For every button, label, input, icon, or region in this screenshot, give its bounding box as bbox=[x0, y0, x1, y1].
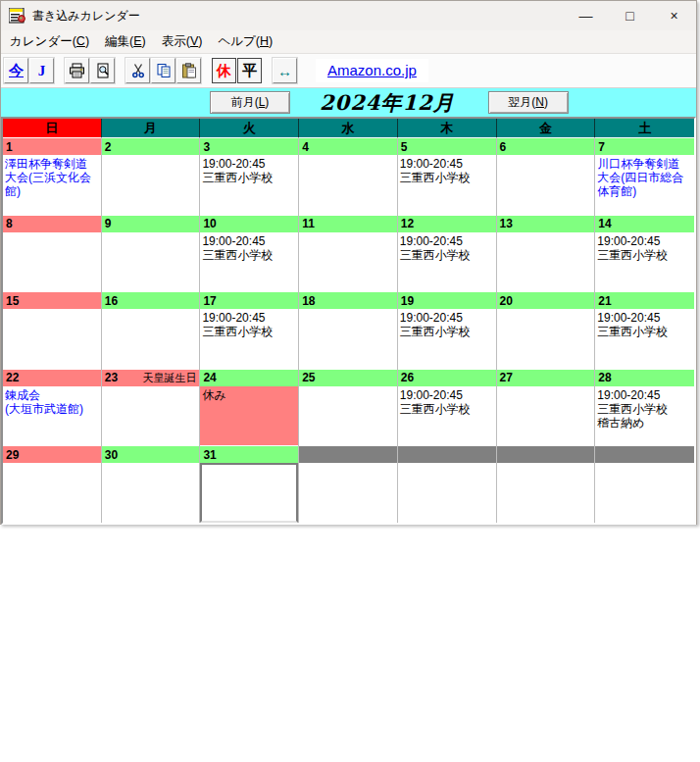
date-strip[interactable]: 26 bbox=[398, 369, 496, 386]
day-body[interactable] bbox=[398, 463, 496, 523]
day-body[interactable] bbox=[102, 232, 200, 292]
mark-weekday-button[interactable]: 平 bbox=[237, 58, 262, 83]
date-number: 27 bbox=[500, 371, 513, 384]
date-strip[interactable]: 29 bbox=[3, 445, 101, 463]
date-strip[interactable]: 6 bbox=[497, 137, 595, 155]
date-strip[interactable]: 3 bbox=[200, 137, 298, 155]
event-text: 錬成会 (大垣市武道館) bbox=[3, 386, 101, 416]
date-strip[interactable]: 21 bbox=[595, 291, 694, 309]
date-strip[interactable]: 7 bbox=[595, 137, 694, 155]
date-number: 22 bbox=[6, 371, 19, 384]
date-strip[interactable]: 1 bbox=[3, 137, 101, 155]
date-strip[interactable]: 15 bbox=[3, 291, 101, 309]
prev-month-button[interactable]: 前月(L) bbox=[210, 91, 290, 114]
day-body[interactable]: 19:00-20:45 三重西小学校 bbox=[398, 232, 496, 292]
date-strip[interactable]: 19 bbox=[398, 291, 496, 309]
menu-item-view[interactable]: 表示(V) bbox=[162, 33, 203, 50]
day-body[interactable]: 川口杯争奪剣道 大会(四日市総合 体育館) bbox=[595, 155, 694, 215]
date-strip[interactable]: 11 bbox=[299, 215, 397, 232]
menu-item-calendar[interactable]: カレンダー(C) bbox=[10, 33, 89, 50]
date-strip[interactable]: 8 bbox=[3, 215, 101, 232]
day-body[interactable]: 休み bbox=[200, 386, 298, 446]
day-body[interactable] bbox=[299, 155, 397, 215]
event-text: 19:00-20:45 三重西小学校 bbox=[200, 232, 298, 262]
minimize-button[interactable]: — bbox=[564, 1, 608, 30]
day-body[interactable] bbox=[497, 155, 595, 215]
day-body[interactable] bbox=[299, 232, 397, 292]
date-strip[interactable]: 5 bbox=[398, 137, 496, 155]
date-strip[interactable]: 13 bbox=[497, 215, 595, 232]
print-button[interactable] bbox=[65, 58, 89, 83]
date-number: 18 bbox=[302, 294, 315, 308]
close-button[interactable]: × bbox=[652, 1, 696, 30]
event-text: 19:00-20:45 三重西小学校 bbox=[398, 386, 496, 416]
date-strip[interactable]: 25 bbox=[299, 369, 397, 386]
date-strip[interactable]: 20 bbox=[497, 291, 595, 309]
day-body[interactable] bbox=[102, 309, 200, 369]
copy-button[interactable] bbox=[151, 58, 175, 83]
japanese-era-button[interactable]: J bbox=[29, 58, 54, 83]
date-strip[interactable]: 28 bbox=[595, 369, 694, 386]
day-body[interactable] bbox=[299, 463, 397, 523]
day-body[interactable]: 19:00-20:45 三重西小学校 bbox=[595, 309, 694, 369]
day-body[interactable] bbox=[3, 232, 101, 292]
day-body[interactable] bbox=[200, 463, 298, 523]
day-body[interactable] bbox=[299, 309, 397, 369]
next-month-button[interactable]: 翌月(N) bbox=[488, 91, 569, 114]
day-body[interactable]: 19:00-20:45 三重西小学校 bbox=[200, 232, 298, 292]
day-body[interactable] bbox=[102, 155, 200, 215]
day-body[interactable] bbox=[3, 309, 101, 369]
date-strip[interactable]: 17 bbox=[200, 291, 298, 309]
day-body[interactable]: 錬成会 (大垣市武道館) bbox=[3, 386, 101, 446]
day-body[interactable]: 19:00-20:45 三重西小学校 bbox=[398, 386, 496, 446]
date-strip[interactable]: 31 bbox=[200, 445, 298, 463]
day-body[interactable]: 澤田杯争奪剣道 大会(三浜文化会 館) bbox=[3, 155, 101, 215]
calendar-cell-7: 7川口杯争奪剣道 大会(四日市総合 体育館) bbox=[595, 137, 694, 215]
day-body[interactable] bbox=[497, 232, 595, 292]
date-strip[interactable]: 23天皇誕生日 bbox=[102, 369, 200, 386]
day-body[interactable]: 19:00-20:45 三重西小学校 bbox=[398, 155, 496, 215]
date-strip[interactable]: 4 bbox=[299, 137, 397, 155]
day-body[interactable] bbox=[102, 386, 200, 446]
paste-button[interactable] bbox=[176, 58, 201, 83]
day-body[interactable] bbox=[595, 463, 694, 523]
date-strip[interactable]: 10 bbox=[200, 215, 298, 232]
toolbar: 今 J bbox=[1, 54, 696, 88]
day-body[interactable] bbox=[299, 386, 397, 446]
day-body[interactable]: 19:00-20:45 三重西小学校 bbox=[595, 232, 694, 292]
amazon-link[interactable]: Amazon.co.jp bbox=[316, 59, 428, 82]
maximize-button[interactable]: □ bbox=[608, 1, 652, 30]
date-strip[interactable]: 27 bbox=[497, 369, 595, 386]
calendar-cell-27: 27 bbox=[497, 369, 596, 446]
day-body[interactable]: 19:00-20:45 三重西小学校 稽古納め bbox=[595, 386, 694, 446]
date-strip[interactable]: 9 bbox=[102, 215, 200, 232]
weekday-header-1: 月 bbox=[102, 119, 201, 137]
date-strip[interactable]: 24 bbox=[200, 369, 298, 386]
day-body[interactable] bbox=[497, 386, 595, 446]
date-number: 24 bbox=[203, 371, 216, 384]
day-body[interactable] bbox=[497, 463, 595, 523]
print-preview-button[interactable] bbox=[90, 58, 115, 83]
date-strip[interactable]: 12 bbox=[398, 215, 496, 232]
day-body[interactable]: 19:00-20:45 三重西小学校 bbox=[200, 309, 298, 369]
today-button[interactable]: 今 bbox=[4, 58, 28, 83]
date-strip[interactable]: 2 bbox=[102, 137, 200, 155]
day-body[interactable] bbox=[3, 463, 101, 523]
mark-holiday-button[interactable]: 休 bbox=[212, 58, 236, 83]
day-body[interactable]: 19:00-20:45 三重西小学校 bbox=[398, 309, 496, 369]
menu-item-edit[interactable]: 編集(E) bbox=[105, 33, 146, 50]
day-body[interactable]: 19:00-20:45 三重西小学校 bbox=[200, 155, 298, 215]
date-strip[interactable]: 18 bbox=[299, 291, 397, 309]
date-number: 19 bbox=[401, 294, 414, 308]
date-strip[interactable]: 14 bbox=[595, 215, 694, 232]
date-strip[interactable]: 16 bbox=[102, 291, 200, 309]
day-body[interactable] bbox=[497, 309, 595, 369]
menu-item-help[interactable]: ヘルプ(H) bbox=[218, 33, 273, 50]
date-strip[interactable]: 22 bbox=[3, 369, 101, 386]
calendar-cell-5: 519:00-20:45 三重西小学校 bbox=[398, 137, 497, 215]
date-strip[interactable]: 30 bbox=[102, 445, 200, 463]
day-body[interactable] bbox=[102, 463, 200, 523]
cut-button[interactable] bbox=[125, 58, 150, 83]
swap-button[interactable]: ↔ bbox=[273, 58, 297, 83]
calendar-cell-empty bbox=[299, 445, 398, 523]
